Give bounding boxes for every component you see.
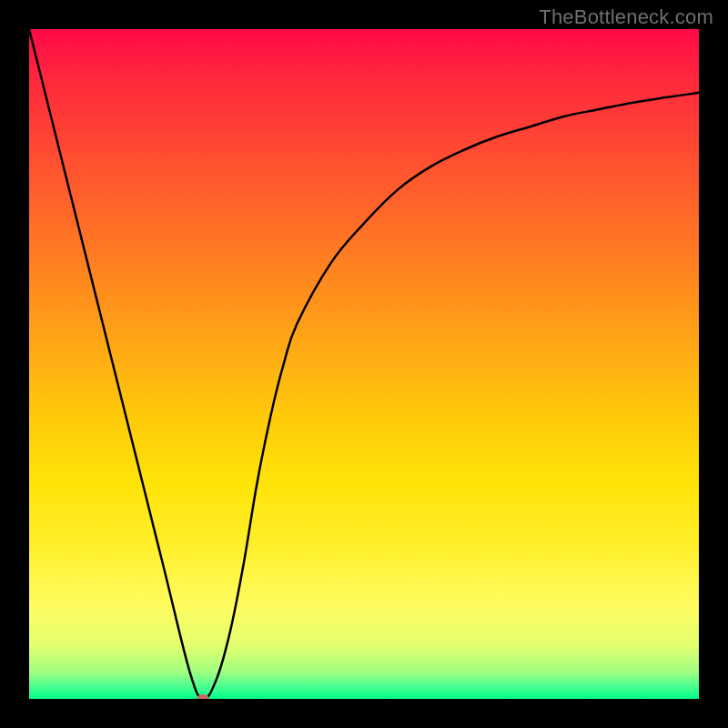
chart-container: TheBottleneck.com bbox=[0, 0, 728, 728]
bottleneck-curve bbox=[29, 29, 699, 699]
curve-svg bbox=[29, 29, 699, 699]
watermark-text: TheBottleneck.com bbox=[539, 5, 713, 29]
plot-area bbox=[29, 29, 699, 699]
minimum-marker bbox=[197, 694, 209, 699]
